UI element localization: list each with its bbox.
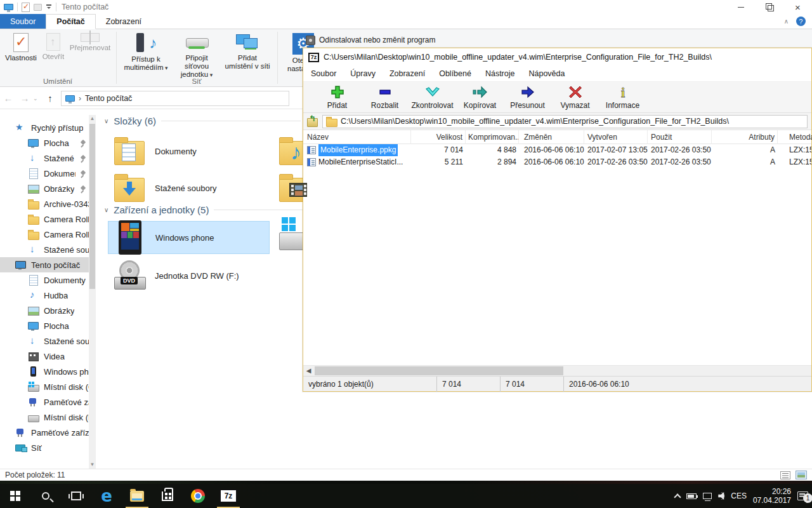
up-one-level-icon[interactable] (307, 116, 318, 126)
column-header-method[interactable]: Metoda (787, 130, 812, 144)
sevenzip-taskbar-button[interactable]: 7z (213, 484, 244, 508)
tile-windows-phone[interactable]: Windows phone (108, 221, 270, 254)
chevron-down-icon[interactable]: ∨ (104, 206, 108, 213)
ribbon-button[interactable]: Přejmenovat (70, 33, 110, 62)
column-header-size[interactable]: Velikost (411, 130, 466, 144)
sidebar-item[interactable]: Stažené soubory (0, 242, 89, 257)
tile-stazene-soubory[interactable]: Stažené soubory (108, 171, 270, 204)
column-header-accessed[interactable]: Použit (648, 130, 712, 144)
sidebar-item[interactable]: Obrázky (0, 181, 89, 196)
column-header-name[interactable]: Název (303, 130, 411, 144)
column-header-packed[interactable]: Komprimovan... (466, 130, 519, 144)
action-center-icon[interactable]: 1 (797, 491, 808, 500)
menu-item[interactable]: Oblíbené (439, 69, 471, 78)
file-row[interactable]: MobileEnterprise.ppkg 7 014 4 848 2016-0… (303, 144, 811, 156)
tile-dvd-drive[interactable]: DVD Jednotka DVD RW (F:) (108, 259, 270, 292)
sevenzip-path-input[interactable]: C:\Users\Milan\Desktop\win10_mobile_offl… (322, 115, 808, 128)
tab-pocitac[interactable]: Počítač (46, 14, 95, 29)
sidebar-item[interactable]: Paměťové zařízen (0, 425, 89, 440)
tab-zobrazeni[interactable]: Zobrazení (96, 14, 152, 29)
chevron-down-icon[interactable]: ∨ (104, 117, 108, 124)
sidebar-item[interactable]: Plocha (0, 318, 89, 333)
column-header-attributes[interactable]: Atributy (730, 130, 778, 144)
sidebar-item[interactable]: Místní disk (C:) (0, 379, 89, 394)
info-button[interactable]: i Informace (599, 82, 646, 112)
file-explorer-button[interactable] (122, 484, 152, 508)
sidebar-item[interactable]: Hudba (0, 288, 89, 303)
language-indicator[interactable]: CES (731, 491, 747, 500)
ribbon-button[interactable]: Vlastnosti (5, 33, 37, 62)
battery-icon[interactable] (686, 493, 697, 499)
properties-icon[interactable] (22, 3, 30, 12)
collapse-ribbon-icon[interactable]: ∧ (784, 18, 789, 25)
chrome-button[interactable] (183, 484, 213, 508)
sidebar-scrollbar[interactable]: ▲ ▼ (89, 115, 96, 469)
tray-overflow-icon[interactable] (674, 493, 681, 500)
restore-button[interactable] (755, 0, 783, 14)
column-header-created[interactable]: Vytvořen (585, 130, 648, 144)
scroll-down-icon[interactable]: ▼ (89, 461, 96, 469)
copy-button[interactable]: Kopírovat (456, 82, 504, 112)
sidebar-item[interactable]: Stažené soub (0, 150, 89, 166)
menu-item[interactable]: Nástroje (485, 69, 515, 78)
sidebar-item[interactable]: Dokumenty (0, 166, 89, 181)
ribbon-button[interactable]: Připojit síťovou jednotku (173, 33, 221, 79)
scroll-up-icon[interactable]: ▲ (89, 115, 96, 123)
ribbon-button[interactable]: Přístup k multimédiím (122, 33, 170, 79)
test-button[interactable]: Zkontrolovat (409, 82, 456, 112)
search-button[interactable] (30, 484, 61, 508)
menu-item[interactable]: Zobrazení (390, 69, 425, 78)
ribbon-button[interactable]: Přidat umístění v síti (223, 33, 272, 79)
sidebar-item[interactable]: Camera Roll (0, 227, 89, 242)
sidebar-item[interactable]: Windows phone (0, 364, 89, 379)
sidebar-item[interactable]: Archive-0343 (0, 196, 89, 211)
up-button[interactable]: ↑ (42, 93, 58, 104)
task-view-button[interactable] (61, 484, 91, 508)
clock[interactable]: 20:26 07.04.2017 (753, 487, 791, 505)
back-button[interactable]: ← (0, 93, 16, 104)
recent-locations-icon[interactable]: ⌄ (33, 95, 42, 102)
move-button[interactable]: Přesunout (504, 82, 551, 112)
sidebar-item[interactable]: Obrázky (0, 303, 89, 318)
forward-button[interactable]: → (16, 93, 33, 104)
menu-item[interactable]: Nápověda (528, 69, 565, 78)
ribbon-button[interactable]: Otevřít (39, 33, 67, 62)
horizontal-scrollbar[interactable]: ◀ (303, 365, 811, 376)
uninstall-program-button[interactable]: Odinstalovat nebo změnit program (306, 32, 435, 48)
thumbnails-view-icon[interactable] (796, 471, 807, 479)
sidebar-item[interactable]: Stažené soubory (0, 333, 89, 349)
sidebar-item[interactable]: Camera Roll (0, 211, 89, 227)
section-header-folders[interactable]: ∨ Složky (6) (104, 116, 301, 126)
scrollbar-thumb[interactable] (315, 366, 563, 375)
sidebar-item[interactable]: Paměťové zaříze (0, 394, 89, 410)
volume-control[interactable] (718, 492, 724, 500)
add-button[interactable]: Přidat (313, 82, 361, 112)
sidebar-item[interactable]: Plocha (0, 135, 89, 150)
scrollbar-thumb[interactable] (89, 124, 95, 289)
close-button[interactable]: × (783, 0, 812, 14)
sidebar-item[interactable]: Místní disk (E:) (0, 410, 89, 425)
minimize-button[interactable] (726, 0, 755, 14)
extract-button[interactable]: Rozbalit (361, 82, 409, 112)
customize-qat-icon[interactable] (46, 4, 52, 10)
file-row[interactable]: MobileEnterpriseStaticI... 5 211 2 894 2… (303, 156, 811, 168)
new-folder-icon[interactable] (34, 4, 42, 11)
network-icon[interactable] (703, 493, 712, 499)
sidebar-item[interactable]: Videa (0, 349, 89, 364)
column-header-modified[interactable]: Změněn (521, 130, 584, 144)
details-view-icon[interactable] (780, 471, 790, 479)
address-bar[interactable]: › Tento počítač (61, 91, 289, 106)
edge-button[interactable]: e (91, 484, 122, 508)
tile-dokumenty[interactable]: Dokumenty (108, 135, 270, 168)
menu-item[interactable]: Soubor (311, 69, 336, 78)
delete-button[interactable]: Vymazat (551, 82, 599, 112)
sidebar-item[interactable]: Síť (0, 440, 89, 455)
help-icon[interactable]: ? (796, 17, 806, 26)
store-button[interactable] (152, 484, 183, 508)
tab-soubor[interactable]: Soubor (0, 14, 46, 29)
sidebar-item[interactable]: Rychlý přístup (0, 120, 89, 135)
start-button[interactable] (0, 484, 30, 508)
menu-item[interactable]: Úpravy (350, 69, 376, 78)
sidebar-item[interactable]: Dokumenty (0, 272, 89, 288)
sidebar-item[interactable]: Tento počítač (0, 257, 89, 272)
